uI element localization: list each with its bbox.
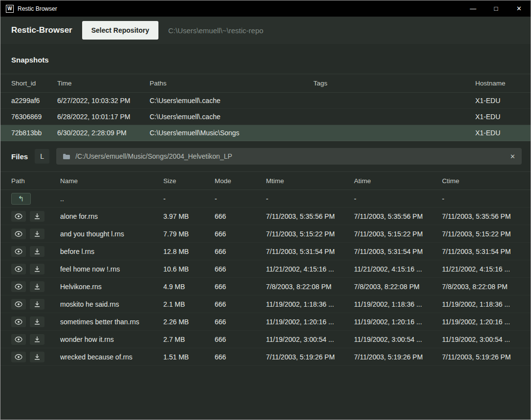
select-repository-button[interactable]: Select Repository [82, 21, 158, 40]
file-atime: 11/19/2002, 3:00:54 ... [354, 336, 442, 343]
snapshot-time: 6/30/2022, 2:28:09 PM [57, 129, 150, 137]
folder-icon [63, 153, 70, 160]
window-title: Restic Browser [18, 5, 57, 12]
file-size: 7.79 MB [163, 230, 215, 238]
download-button[interactable] [30, 334, 44, 345]
app-name-label: Restic-Browser [11, 25, 72, 35]
file-atime: - [354, 195, 442, 203]
column-header-atime: Atime [354, 177, 442, 185]
preview-button[interactable] [11, 211, 26, 222]
eye-icon [15, 354, 22, 360]
column-header-size: Size [163, 177, 215, 185]
file-atime: 11/21/2002, 4:15:16 ... [354, 265, 442, 273]
file-name: sometimes better than.rns [60, 318, 163, 326]
snapshot-paths: C:\Users\emuell\.cache [150, 97, 313, 105]
tree-view-toggle-button[interactable]: L [35, 149, 49, 164]
snapshot-row[interactable]: 76306869 6/28/2022, 10:01:17 PM C:\Users… [0, 109, 531, 125]
repo-header: Restic-Browser Select Repository C:\User… [0, 17, 531, 44]
download-icon [34, 231, 41, 237]
file-name: moskito he said.rns [60, 300, 163, 308]
file-mtime: 11/19/2002, 1:18:36 ... [266, 300, 354, 308]
column-header-time: Time [57, 80, 150, 87]
snapshot-row[interactable]: a2299af6 6/27/2022, 10:03:32 PM C:\Users… [0, 93, 531, 109]
current-path-field[interactable]: /C:/Users/emuell/Music/Songs/2004_Helvet… [56, 148, 522, 165]
maximize-button[interactable]: □ [485, 0, 508, 17]
preview-button[interactable] [11, 246, 26, 257]
download-button[interactable] [30, 264, 44, 274]
eye-icon [15, 231, 22, 237]
eye-icon [15, 213, 22, 219]
file-mtime: 7/11/2003, 5:31:54 PM [266, 248, 354, 255]
column-header-short-id: Short_id [11, 80, 57, 87]
file-ctime: 7/8/2003, 8:22:08 PM [442, 283, 520, 291]
download-button[interactable] [30, 246, 44, 257]
file-name: Helvikone.rns [60, 283, 163, 291]
eye-icon [15, 284, 22, 290]
files-bar: Files L /C:/Users/emuell/Music/Songs/200… [0, 148, 531, 165]
file-mtime: 11/19/2002, 3:00:54 ... [266, 336, 354, 343]
file-atime: 7/11/2003, 5:31:54 PM [354, 248, 442, 255]
file-mode: 666 [215, 230, 266, 238]
column-header-ctime: Ctime [442, 177, 520, 185]
preview-button[interactable] [11, 352, 26, 362]
file-mtime: 11/21/2002, 4:15:16 ... [266, 265, 354, 273]
snapshots-table-header: Short_id Time Paths Tags Hostname [0, 74, 531, 93]
column-header-name: Name [60, 177, 163, 185]
file-mode: - [215, 195, 266, 203]
column-header-path: Path [11, 177, 60, 185]
column-header-paths: Paths [150, 80, 313, 87]
download-icon [34, 354, 41, 360]
clear-path-icon[interactable]: ✕ [510, 153, 515, 160]
download-button[interactable] [30, 229, 44, 239]
file-mtime: - [266, 195, 354, 203]
file-size: - [163, 195, 215, 203]
close-button[interactable]: ✕ [508, 0, 531, 17]
column-header-tags: Tags [313, 80, 475, 87]
snapshot-paths: C:\Users\emuell\.cache [150, 113, 313, 121]
file-atime: 7/11/2003, 5:19:26 PM [354, 353, 442, 361]
preview-button[interactable] [11, 281, 26, 292]
download-button[interactable] [30, 281, 44, 292]
download-icon [34, 213, 41, 220]
preview-button[interactable] [11, 334, 26, 345]
file-ctime: - [442, 195, 520, 203]
file-mtime: 7/11/2003, 5:15:22 PM [266, 230, 354, 238]
file-ctime: 11/19/2002, 1:20:16 ... [442, 318, 520, 326]
file-atime: 7/8/2003, 8:22:08 PM [354, 283, 442, 291]
snapshot-hostname: X1-EDU [475, 129, 520, 137]
download-button[interactable] [30, 299, 44, 310]
download-button[interactable] [30, 352, 44, 362]
file-ctime: 11/19/2002, 3:00:54 ... [442, 336, 520, 343]
file-atime: 11/19/2002, 1:20:16 ... [354, 318, 442, 326]
file-name: wrecked because of.rns [60, 353, 163, 361]
download-icon [34, 301, 41, 308]
window-controls: — □ ✕ [462, 0, 531, 17]
snapshot-row-selected[interactable]: 72b813bb 6/30/2022, 2:28:09 PM C:\Users\… [0, 125, 531, 141]
eye-icon [15, 301, 22, 307]
preview-button[interactable] [11, 299, 26, 310]
file-atime: 11/19/2002, 1:18:36 ... [354, 300, 442, 308]
preview-button[interactable] [11, 316, 26, 327]
preview-button[interactable] [11, 229, 26, 239]
preview-button[interactable] [11, 264, 26, 274]
file-ctime: 7/11/2003, 5:31:54 PM [442, 248, 520, 255]
file-row: wonder how it.rns 2.7 MB 666 11/19/2002,… [0, 331, 531, 348]
app-logo-icon: W [6, 5, 14, 13]
snapshot-time: 6/28/2022, 10:01:17 PM [57, 113, 150, 121]
eye-icon [15, 249, 22, 254]
file-size: 4.9 MB [163, 283, 215, 291]
file-mode: 666 [215, 300, 266, 308]
minimize-button[interactable]: — [462, 0, 485, 17]
file-size: 2.7 MB [163, 336, 215, 343]
download-icon [34, 318, 41, 325]
file-row: and you thought l.rns 7.79 MB 666 7/11/2… [0, 225, 531, 243]
download-button[interactable] [30, 316, 44, 327]
snapshot-hostname: X1-EDU [475, 97, 520, 105]
file-mode: 666 [215, 283, 266, 291]
repository-path-field[interactable]: C:\Users\emuell\~\restic-repo [168, 26, 264, 35]
eye-icon [15, 336, 22, 342]
file-ctime: 7/11/2003, 5:35:56 PM [442, 212, 520, 220]
up-directory-button[interactable]: ↰ [11, 193, 31, 205]
eye-icon [15, 266, 22, 272]
download-button[interactable] [30, 211, 44, 222]
